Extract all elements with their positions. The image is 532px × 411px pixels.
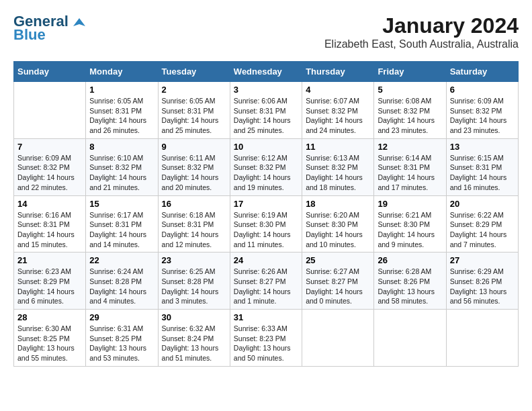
day-info: Sunrise: 6:09 AM Sunset: 8:32 PM Dayligh…	[450, 96, 515, 136]
calendar-cell: 19Sunrise: 6:21 AM Sunset: 8:30 PM Dayli…	[374, 195, 446, 253]
calendar-cell: 5Sunrise: 6:08 AM Sunset: 8:32 PM Daylig…	[374, 82, 446, 139]
calendar-cell: 17Sunrise: 6:19 AM Sunset: 8:30 PM Dayli…	[230, 195, 302, 253]
calendar-header-thursday: Thursday	[302, 62, 374, 82]
calendar-week-row: 28Sunrise: 6:30 AM Sunset: 8:25 PM Dayli…	[14, 310, 519, 367]
day-number: 4	[306, 85, 370, 95]
day-number: 26	[378, 255, 442, 265]
day-info: Sunrise: 6:09 AM Sunset: 8:32 PM Dayligh…	[17, 153, 82, 193]
calendar-cell: 11Sunrise: 6:13 AM Sunset: 8:32 PM Dayli…	[302, 138, 374, 195]
calendar-week-row: 7Sunrise: 6:09 AM Sunset: 8:32 PM Daylig…	[14, 138, 519, 195]
calendar-cell: 15Sunrise: 6:17 AM Sunset: 8:31 PM Dayli…	[86, 195, 158, 253]
calendar-cell: 28Sunrise: 6:30 AM Sunset: 8:25 PM Dayli…	[14, 310, 86, 367]
day-number: 28	[17, 312, 82, 322]
calendar-cell: 8Sunrise: 6:10 AM Sunset: 8:32 PM Daylig…	[86, 138, 158, 195]
calendar-cell: 13Sunrise: 6:15 AM Sunset: 8:31 PM Dayli…	[446, 138, 518, 195]
calendar-week-row: 14Sunrise: 6:16 AM Sunset: 8:31 PM Dayli…	[14, 195, 519, 253]
calendar-cell: 16Sunrise: 6:18 AM Sunset: 8:31 PM Dayli…	[158, 195, 230, 253]
day-number: 22	[89, 255, 154, 265]
day-number: 19	[378, 199, 442, 209]
calendar-header-row: SundayMondayTuesdayWednesdayThursdayFrid…	[14, 62, 519, 82]
calendar-cell	[302, 310, 374, 367]
calendar-cell: 6Sunrise: 6:09 AM Sunset: 8:32 PM Daylig…	[446, 82, 518, 139]
day-info: Sunrise: 6:28 AM Sunset: 8:26 PM Dayligh…	[378, 267, 442, 306]
calendar-cell: 10Sunrise: 6:12 AM Sunset: 8:32 PM Dayli…	[230, 138, 302, 195]
calendar-cell: 4Sunrise: 6:07 AM Sunset: 8:32 PM Daylig…	[302, 82, 374, 139]
day-number: 29	[89, 312, 154, 322]
day-info: Sunrise: 6:22 AM Sunset: 8:29 PM Dayligh…	[450, 210, 515, 250]
day-info: Sunrise: 6:08 AM Sunset: 8:32 PM Dayligh…	[378, 96, 442, 136]
day-number: 16	[162, 199, 226, 209]
calendar-cell: 18Sunrise: 6:20 AM Sunset: 8:30 PM Dayli…	[302, 195, 374, 253]
day-number: 7	[17, 142, 82, 152]
calendar-cell: 21Sunrise: 6:23 AM Sunset: 8:29 PM Dayli…	[14, 253, 86, 310]
calendar-cell: 26Sunrise: 6:28 AM Sunset: 8:26 PM Dayli…	[374, 253, 446, 310]
day-info: Sunrise: 6:17 AM Sunset: 8:31 PM Dayligh…	[89, 210, 154, 250]
day-number: 23	[162, 255, 226, 265]
calendar-cell: 20Sunrise: 6:22 AM Sunset: 8:29 PM Dayli…	[446, 195, 518, 253]
day-info: Sunrise: 6:05 AM Sunset: 8:31 PM Dayligh…	[89, 96, 154, 136]
day-number: 8	[89, 142, 154, 152]
calendar-cell	[374, 310, 446, 367]
calendar-cell: 1Sunrise: 6:05 AM Sunset: 8:31 PM Daylig…	[86, 82, 158, 139]
calendar-header-wednesday: Wednesday	[230, 62, 302, 82]
day-info: Sunrise: 6:10 AM Sunset: 8:32 PM Dayligh…	[89, 153, 154, 193]
calendar-cell	[446, 310, 518, 367]
day-number: 9	[162, 142, 226, 152]
calendar-cell: 14Sunrise: 6:16 AM Sunset: 8:31 PM Dayli…	[14, 195, 86, 253]
day-info: Sunrise: 6:07 AM Sunset: 8:32 PM Dayligh…	[306, 96, 370, 136]
day-number: 10	[234, 142, 298, 152]
calendar-cell: 2Sunrise: 6:05 AM Sunset: 8:31 PM Daylig…	[158, 82, 230, 139]
page-subtitle: Elizabeth East, South Australia, Austral…	[324, 38, 519, 50]
day-info: Sunrise: 6:31 AM Sunset: 8:25 PM Dayligh…	[89, 324, 154, 363]
day-info: Sunrise: 6:21 AM Sunset: 8:30 PM Dayligh…	[378, 210, 442, 250]
day-number: 13	[450, 142, 515, 152]
day-info: Sunrise: 6:12 AM Sunset: 8:32 PM Dayligh…	[234, 153, 298, 193]
day-info: Sunrise: 6:16 AM Sunset: 8:31 PM Dayligh…	[17, 210, 82, 250]
svg-marker-0	[73, 18, 85, 26]
day-number: 2	[162, 85, 226, 95]
day-info: Sunrise: 6:05 AM Sunset: 8:31 PM Dayligh…	[162, 96, 226, 136]
day-number: 31	[234, 312, 298, 322]
calendar-header-friday: Friday	[374, 62, 446, 82]
calendar-cell: 3Sunrise: 6:06 AM Sunset: 8:31 PM Daylig…	[230, 82, 302, 139]
day-number: 5	[378, 85, 442, 95]
calendar-header-monday: Monday	[86, 62, 158, 82]
day-info: Sunrise: 6:32 AM Sunset: 8:24 PM Dayligh…	[162, 324, 226, 363]
page-title: January 2024	[324, 13, 519, 38]
calendar-cell: 25Sunrise: 6:27 AM Sunset: 8:27 PM Dayli…	[302, 253, 374, 310]
day-number: 1	[89, 85, 154, 95]
day-info: Sunrise: 6:23 AM Sunset: 8:29 PM Dayligh…	[17, 267, 82, 306]
day-number: 17	[234, 199, 298, 209]
day-number: 25	[306, 255, 370, 265]
day-number: 12	[378, 142, 442, 152]
day-number: 27	[450, 255, 515, 265]
day-info: Sunrise: 6:19 AM Sunset: 8:30 PM Dayligh…	[234, 210, 298, 250]
calendar-cell: 29Sunrise: 6:31 AM Sunset: 8:25 PM Dayli…	[86, 310, 158, 367]
calendar-cell: 22Sunrise: 6:24 AM Sunset: 8:28 PM Dayli…	[86, 253, 158, 310]
day-number: 3	[234, 85, 298, 95]
calendar-cell: 12Sunrise: 6:14 AM Sunset: 8:31 PM Dayli…	[374, 138, 446, 195]
logo: General Blue	[13, 13, 85, 43]
calendar-table: SundayMondayTuesdayWednesdayThursdayFrid…	[13, 61, 519, 367]
calendar-cell: 24Sunrise: 6:26 AM Sunset: 8:27 PM Dayli…	[230, 253, 302, 310]
day-info: Sunrise: 6:15 AM Sunset: 8:31 PM Dayligh…	[450, 153, 515, 193]
day-info: Sunrise: 6:27 AM Sunset: 8:27 PM Dayligh…	[306, 267, 370, 306]
day-number: 30	[162, 312, 226, 322]
day-number: 24	[234, 255, 298, 265]
day-info: Sunrise: 6:18 AM Sunset: 8:31 PM Dayligh…	[162, 210, 226, 250]
calendar-week-row: 21Sunrise: 6:23 AM Sunset: 8:29 PM Dayli…	[14, 253, 519, 310]
calendar-header-tuesday: Tuesday	[158, 62, 230, 82]
calendar-header-saturday: Saturday	[446, 62, 518, 82]
day-info: Sunrise: 6:29 AM Sunset: 8:26 PM Dayligh…	[450, 267, 515, 306]
day-number: 15	[89, 199, 154, 209]
day-info: Sunrise: 6:11 AM Sunset: 8:32 PM Dayligh…	[162, 153, 226, 193]
calendar-cell: 9Sunrise: 6:11 AM Sunset: 8:32 PM Daylig…	[158, 138, 230, 195]
day-number: 20	[450, 199, 515, 209]
day-number: 21	[17, 255, 82, 265]
day-number: 6	[450, 85, 515, 95]
day-number: 18	[306, 199, 370, 209]
calendar-cell: 31Sunrise: 6:33 AM Sunset: 8:23 PM Dayli…	[230, 310, 302, 367]
calendar-cell: 27Sunrise: 6:29 AM Sunset: 8:26 PM Dayli…	[446, 253, 518, 310]
calendar-cell: 7Sunrise: 6:09 AM Sunset: 8:32 PM Daylig…	[14, 138, 86, 195]
day-info: Sunrise: 6:20 AM Sunset: 8:30 PM Dayligh…	[306, 210, 370, 250]
